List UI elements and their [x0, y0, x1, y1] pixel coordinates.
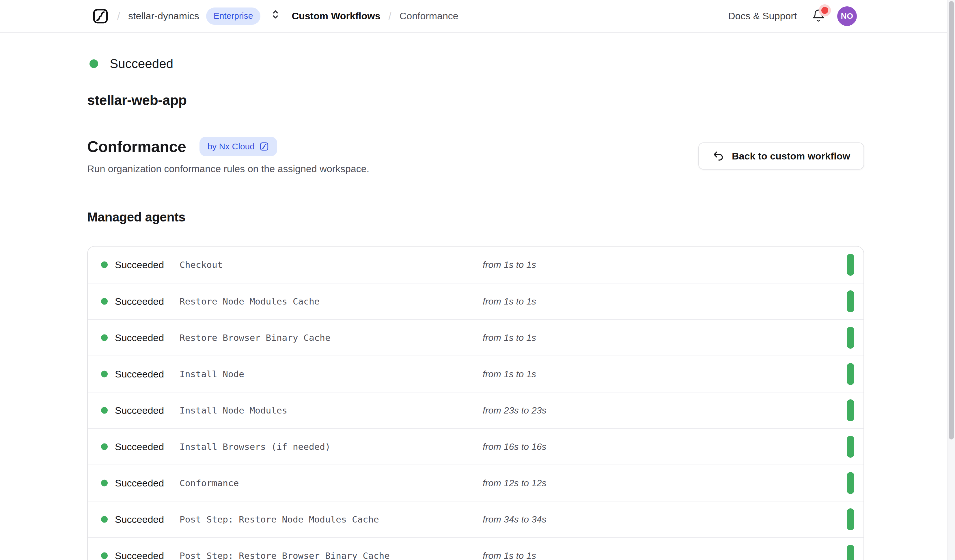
step-duration: from 1s to 1s [483, 259, 536, 270]
agent-step-row[interactable]: Succeeded Install Node Modules from 23s … [88, 392, 864, 428]
step-name: Restore Browser Binary Cache [180, 332, 330, 343]
step-duration: from 16s to 16s [483, 441, 546, 452]
step-success-bar [847, 290, 854, 312]
page-scrollbar-thumb[interactable] [949, 1, 954, 440]
page-content: Succeeded stellar-web-app Conformance by… [87, 0, 864, 560]
success-status-dot [101, 334, 108, 341]
step-status-label: Succeeded [115, 259, 164, 270]
agent-step-row[interactable]: Succeeded Restore Node Modules Cache fro… [88, 283, 864, 319]
success-status-dot [101, 480, 108, 487]
back-button-label: Back to custom workflow [732, 151, 850, 162]
managed-agents-heading: Managed agents [87, 210, 186, 225]
step-name: Install Node [180, 369, 244, 379]
step-success-bar [847, 327, 854, 349]
provider-badge[interactable]: by Nx Cloud [199, 137, 277, 156]
step-name: Install Browsers (if needed) [180, 441, 330, 452]
success-status-dot [101, 552, 108, 559]
step-success-bar [847, 363, 854, 385]
workflow-description: Run organization conformance rules on th… [87, 163, 369, 175]
agent-step-row[interactable]: Succeeded Post Step: Restore Node Module… [88, 501, 864, 537]
undo-arrow-icon [712, 150, 724, 162]
step-name: Post Step: Restore Browser Binary Cache [180, 551, 390, 560]
page-scrollbar-track [947, 0, 955, 560]
step-status-label: Succeeded [115, 405, 164, 416]
success-status-dot [89, 59, 98, 68]
step-status-label: Succeeded [115, 514, 164, 525]
step-success-bar [847, 436, 854, 458]
step-success-bar [847, 254, 854, 276]
success-status-dot [101, 407, 108, 414]
step-name: Restore Node Modules Cache [180, 296, 319, 307]
step-duration: from 1s to 1s [483, 369, 536, 379]
success-status-dot [101, 516, 108, 523]
agent-step-row[interactable]: Succeeded Checkout from 1s to 1s [88, 246, 864, 283]
workspace-title: stellar-web-app [87, 92, 187, 108]
run-status: Succeeded [89, 56, 173, 71]
provider-badge-label: by Nx Cloud [208, 142, 255, 151]
step-duration: from 1s to 1s [483, 332, 536, 343]
step-duration: from 1s to 1s [483, 551, 536, 560]
managed-agents-list: Succeeded Checkout from 1s to 1s Succeed… [87, 246, 864, 560]
agent-step-row[interactable]: Succeeded Install Browsers (if needed) f… [88, 428, 864, 465]
back-to-custom-workflow-button[interactable]: Back to custom workflow [698, 142, 864, 170]
agent-step-row[interactable]: Succeeded Post Step: Restore Browser Bin… [88, 537, 864, 560]
workflow-title: Conformance [87, 137, 186, 155]
agent-step-row[interactable]: Succeeded Conformance from 12s to 12s [88, 465, 864, 501]
step-duration: from 1s to 1s [483, 296, 536, 307]
agent-step-row[interactable]: Succeeded Restore Browser Binary Cache f… [88, 319, 864, 356]
step-name: Post Step: Restore Node Modules Cache [180, 514, 379, 524]
success-status-dot [101, 298, 108, 305]
step-success-bar [847, 472, 854, 494]
agent-step-row[interactable]: Succeeded Install Node from 1s to 1s [88, 356, 864, 392]
step-status-label: Succeeded [115, 477, 164, 489]
step-success-bar [847, 545, 854, 560]
step-name: Install Node Modules [180, 405, 287, 415]
step-success-bar [847, 509, 854, 530]
success-status-dot [101, 443, 108, 450]
step-status-label: Succeeded [115, 296, 164, 307]
run-status-label: Succeeded [110, 56, 173, 71]
step-name: Checkout [180, 259, 222, 270]
nx-cloud-logo-icon [259, 142, 269, 151]
step-status-label: Succeeded [115, 550, 164, 560]
step-success-bar [847, 399, 854, 421]
success-status-dot [101, 262, 108, 268]
workflow-heading-row: Conformance by Nx Cloud [87, 137, 277, 156]
step-duration: from 34s to 34s [483, 514, 546, 525]
step-duration: from 23s to 23s [483, 405, 546, 416]
success-status-dot [101, 371, 108, 377]
step-duration: from 12s to 12s [483, 478, 546, 488]
step-status-label: Succeeded [115, 332, 164, 343]
step-name: Conformance [180, 478, 239, 488]
step-status-label: Succeeded [115, 441, 164, 452]
step-status-label: Succeeded [115, 368, 164, 380]
